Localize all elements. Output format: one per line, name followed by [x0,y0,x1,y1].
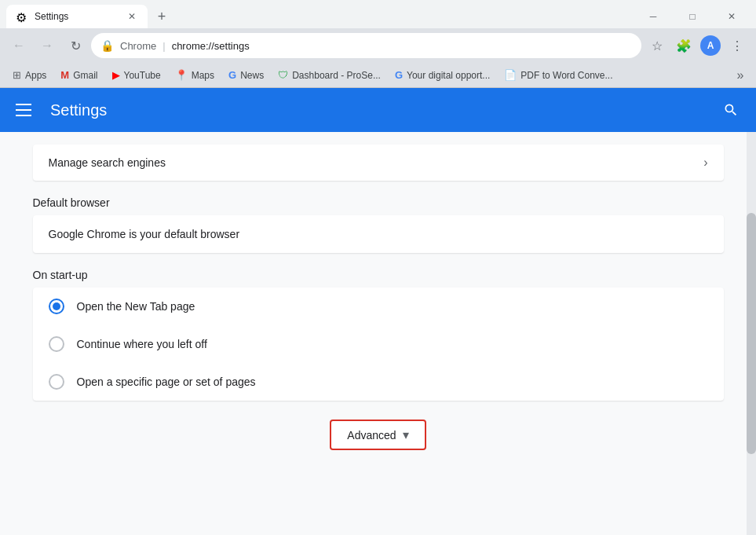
content-area: Manage search engines › Default browser … [2,145,755,482]
startup-option-continue[interactable]: Continue where you left off [33,325,724,363]
tab-favicon: ⚙ [16,10,28,23]
new-tab-button[interactable]: + [151,5,173,27]
dashboard-icon: 🛡 [278,69,288,81]
avatar-button[interactable]: A [698,33,723,58]
startup-option-new-tab[interactable]: Open the New Tab page [33,288,724,325]
manage-search-engines-item[interactable]: Manage search engines › [33,145,724,181]
address-separator: | [163,40,165,52]
tab-close-button[interactable]: ✕ [126,10,138,23]
bookmark-pdf[interactable]: 📄 PDF to Word Conve... [498,67,619,83]
security-icon: 🔒 [100,39,114,52]
google-icon: G [395,69,403,81]
address-url: chrome://settings [172,40,250,52]
manage-search-engines-arrow: › [703,156,707,170]
browser-window: ⚙ Settings ✕ + ─ □ ✕ ← → ↻ 🔒 Chrome | ch… [0,0,756,535]
default-browser-text: Google Chrome is your default browser [49,228,240,240]
startup-option-continue-label: Continue where you left off [77,338,207,350]
pdf-icon: 📄 [504,69,517,81]
bookmark-dashboard-label: Dashboard - ProSe... [292,70,381,81]
bookmark-gmail[interactable]: M Gmail [54,67,104,83]
gmail-icon: M [60,69,69,81]
advanced-section: Advanced ▾ [33,420,724,450]
close-button[interactable]: ✕ [714,4,750,29]
nav-right-buttons: ☆ 🧩 A ⋮ [645,33,750,58]
settings-search-button[interactable] [718,97,743,123]
reload-button[interactable]: ↻ [63,33,88,58]
bookmarks-more-button[interactable]: » [731,66,750,85]
bookmark-news-label: News [240,70,264,81]
bookmark-youtube[interactable]: ▶ YouTube [106,67,167,83]
user-avatar: A [700,35,721,56]
bookmarks-bar: ⊞ Apps M Gmail ▶ YouTube 📍 Maps G News 🛡… [0,63,756,88]
bookmark-dashboard[interactable]: 🛡 Dashboard - ProSe... [272,67,387,83]
bookmark-gmail-label: Gmail [73,70,97,81]
back-button[interactable]: ← [6,33,31,58]
radio-continue-circle [49,336,64,352]
news-icon: G [228,69,236,81]
bookmark-digital-label: Your digital opport... [407,70,490,81]
advanced-button[interactable]: Advanced ▾ [330,420,425,450]
bookmark-digital[interactable]: G Your digital opport... [389,67,496,83]
manage-search-engines-label: Manage search engines [49,156,166,169]
settings-tab[interactable]: ⚙ Settings ✕ [6,5,148,28]
bookmark-news[interactable]: G News [222,67,270,83]
window-controls: ─ □ ✕ [635,4,750,29]
scrollbar[interactable] [747,132,756,535]
chrome-menu-button[interactable]: ⋮ [725,33,750,58]
bookmark-maps-label: Maps [192,70,214,81]
startup-options-box: Open the New Tab page Continue where you… [33,288,724,401]
default-browser-section-title: Default browser [33,196,724,209]
bookmark-pdf-label: PDF to Word Conve... [520,70,612,81]
tab-title: Settings [35,11,119,22]
radio-new-tab-dot [53,302,60,310]
maps-icon: 📍 [175,69,188,81]
settings-header: Settings [0,88,756,132]
title-bar: ⚙ Settings ✕ + ─ □ ✕ [0,0,756,28]
startup-option-specific[interactable]: Open a specific page or set of pages [33,363,724,401]
settings-app: Settings Manage search engines › Default… [0,88,756,535]
on-startup-section-title: On start-up [33,269,724,281]
advanced-chevron-icon: ▾ [403,427,409,442]
site-name: Chrome [120,40,156,52]
navigation-bar: ← → ↻ 🔒 Chrome | chrome://settings ☆ 🧩 A… [0,28,756,63]
bookmark-youtube-label: YouTube [124,70,161,81]
address-bar[interactable]: 🔒 Chrome | chrome://settings [91,33,641,58]
scrollbar-thumb[interactable] [747,213,756,455]
settings-content[interactable]: Manage search engines › Default browser … [0,132,756,535]
startup-option-specific-label: Open a specific page or set of pages [77,376,256,388]
minimize-button[interactable]: ─ [635,4,671,29]
radio-new-tab-circle [49,299,64,314]
startup-option-new-tab-label: Open the New Tab page [77,300,195,313]
bookmark-apps-label: Apps [25,70,46,81]
radio-specific-circle [49,374,64,390]
maximize-button[interactable]: □ [674,4,710,29]
bookmark-apps[interactable]: ⊞ Apps [6,67,53,83]
forward-button[interactable]: → [35,33,60,58]
tabs-area: ⚙ Settings ✕ + [6,5,173,28]
extensions-button[interactable]: 🧩 [671,33,696,58]
apps-icon: ⊞ [13,69,21,81]
advanced-label: Advanced [347,429,396,442]
settings-page-title: Settings [50,101,706,119]
youtube-icon: ▶ [112,69,120,81]
default-browser-info: Google Chrome is your default browser [33,215,724,253]
bookmark-star-button[interactable]: ☆ [645,33,670,58]
bookmark-maps[interactable]: 📍 Maps [169,67,221,83]
hamburger-menu-button[interactable] [13,97,38,123]
